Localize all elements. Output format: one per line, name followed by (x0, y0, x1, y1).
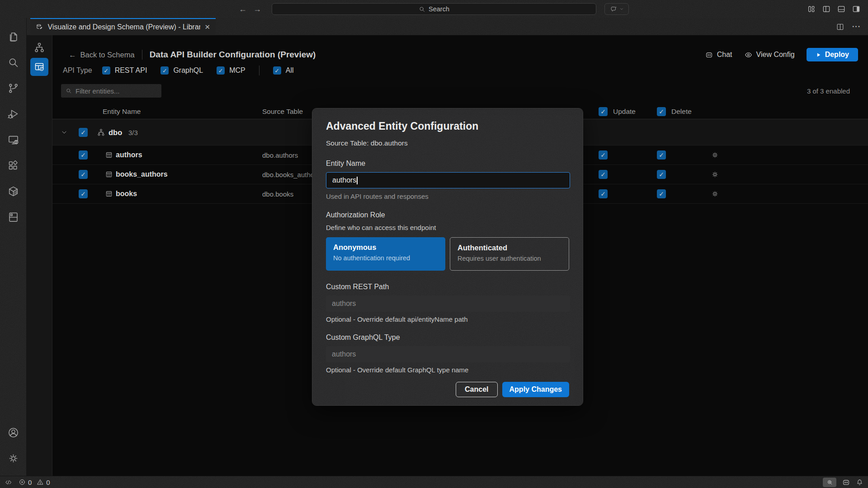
extensions-icon[interactable] (0, 153, 27, 178)
filter-entities-input[interactable] (75, 87, 152, 95)
role-card-authenticated[interactable]: Authenticated Requires user authenticati… (450, 237, 569, 271)
group-checkbox[interactable] (79, 128, 88, 137)
entity-name-label: Entity Name (326, 160, 569, 168)
run-debug-icon[interactable] (0, 101, 27, 127)
settings-gear-icon[interactable] (0, 446, 27, 471)
remote-explorer-icon[interactable] (0, 127, 27, 153)
entity-name: books (116, 190, 137, 198)
role-title: Anonymous (333, 243, 438, 252)
schema-designer-icon[interactable] (33, 42, 45, 53)
mcp-checkbox[interactable] (217, 66, 225, 75)
remote-indicator[interactable] (5, 479, 12, 486)
authorization-role-label: Authorization Role (326, 211, 569, 219)
api-type-label: API Type (63, 66, 92, 75)
row-checkbox[interactable] (79, 150, 88, 160)
filter-entities-box[interactable] (61, 84, 161, 98)
role-card-anonymous[interactable]: Anonymous No authentication required (326, 237, 445, 271)
row-settings-gear-icon[interactable] (711, 151, 719, 160)
custom-rest-path-label: Custom REST Path (326, 283, 569, 291)
rest-api-label: REST API (115, 66, 147, 75)
forward-arrow-icon[interactable]: → (253, 5, 261, 14)
update-checkbox[interactable] (599, 150, 608, 160)
toggle-panel-icon[interactable] (837, 5, 846, 14)
graphql-checkbox[interactable] (160, 66, 169, 75)
status-bar: 0 0 (0, 476, 868, 488)
command-center-search[interactable]: Search (272, 3, 596, 15)
chat-button[interactable]: Chat (705, 51, 732, 59)
back-arrow-glyph: ← (69, 51, 76, 59)
view-config-button[interactable]: View Config (744, 51, 795, 59)
role-cards: Anonymous No authentication required Aut… (326, 237, 569, 271)
col-update: Update (613, 108, 636, 116)
update-checkbox[interactable] (599, 189, 608, 198)
custom-rest-path-input[interactable] (332, 300, 564, 308)
table-grid-icon (105, 170, 113, 178)
more-actions-icon[interactable]: ··· (852, 23, 861, 31)
chevron-down-icon (619, 7, 624, 11)
zoom-indicator[interactable] (823, 478, 836, 487)
eye-icon (744, 51, 753, 59)
rest-api-checkbox[interactable] (102, 66, 110, 75)
activity-bar (0, 18, 27, 476)
tab-close-icon[interactable]: ✕ (204, 23, 210, 31)
all-checkbox[interactable] (273, 66, 281, 75)
search-icon (66, 88, 72, 94)
cancel-button[interactable]: Cancel (456, 382, 497, 397)
deploy-button[interactable]: Deploy (807, 48, 858, 61)
entities-toolbar: 3 of 3 enabled (61, 84, 850, 98)
database-projects-icon[interactable] (0, 204, 27, 230)
search-view-icon[interactable] (0, 50, 27, 75)
explorer-icon[interactable] (0, 24, 27, 50)
history-nav: ← → (239, 0, 261, 18)
row-checkbox[interactable] (79, 189, 88, 198)
dialog-actions: Cancel Apply Changes (326, 382, 569, 397)
toggle-primary-sidebar-icon[interactable] (822, 5, 831, 14)
col-entity-name: Entity Name (103, 108, 141, 116)
entity-name-help: Used in API routes and responses (326, 192, 569, 200)
delete-all-checkbox[interactable] (657, 107, 666, 116)
col-source-table: Source Table (262, 108, 303, 116)
text-caret (357, 177, 358, 184)
layout-controls (807, 0, 861, 18)
source-control-icon[interactable] (0, 75, 27, 101)
play-icon (816, 52, 821, 58)
row-settings-gear-icon[interactable] (711, 190, 719, 198)
table-grid-icon (105, 151, 113, 159)
tab-visualize-design-schema[interactable]: Visualize and Design Schema (Preview) - … (30, 18, 216, 35)
toggle-secondary-sidebar-icon[interactable] (852, 5, 861, 14)
problems-indicator[interactable]: 0 0 (19, 479, 50, 486)
delete-checkbox[interactable] (657, 150, 666, 160)
split-editor-icon[interactable] (836, 23, 844, 31)
copilot-menu-button[interactable] (604, 3, 629, 15)
row-checkbox[interactable] (79, 170, 88, 179)
copilot-status-icon[interactable] (842, 478, 850, 487)
entity-name-input[interactable]: authors (326, 172, 570, 188)
row-settings-gear-icon[interactable] (711, 170, 719, 179)
api-builder-tab-tile[interactable] (30, 58, 48, 76)
containers-icon[interactable] (0, 178, 27, 204)
chevron-down-icon[interactable] (61, 129, 68, 136)
apply-changes-button[interactable]: Apply Changes (502, 382, 569, 397)
delete-checkbox[interactable] (657, 170, 666, 179)
back-label: Back to Schema (80, 51, 135, 59)
col-delete: Delete (671, 108, 692, 116)
errors-icon (19, 479, 26, 486)
authorization-role-help: Define who can access this endpoint (326, 224, 569, 231)
notifications-bell-icon[interactable] (856, 479, 863, 486)
customize-layout-icon[interactable] (807, 5, 816, 14)
api-type-filter-row: API Type REST API GraphQL MCP (63, 65, 302, 76)
search-icon (419, 6, 425, 13)
entity-name-value: authors (332, 176, 356, 184)
accounts-icon[interactable] (0, 420, 27, 446)
custom-graphql-type-input[interactable] (332, 350, 564, 358)
zoom-in-icon (826, 479, 833, 486)
update-all-checkbox[interactable] (599, 107, 608, 116)
api-type-divider (259, 66, 259, 75)
back-arrow-icon[interactable]: ← (239, 5, 247, 14)
back-to-schema-button[interactable]: ← Back to Schema (69, 51, 135, 59)
entity-name: authors (116, 151, 142, 159)
delete-checkbox[interactable] (657, 189, 666, 198)
mcp-label: MCP (229, 66, 245, 75)
update-checkbox[interactable] (599, 170, 608, 179)
entity-source: dbo.books_authors (262, 171, 320, 178)
